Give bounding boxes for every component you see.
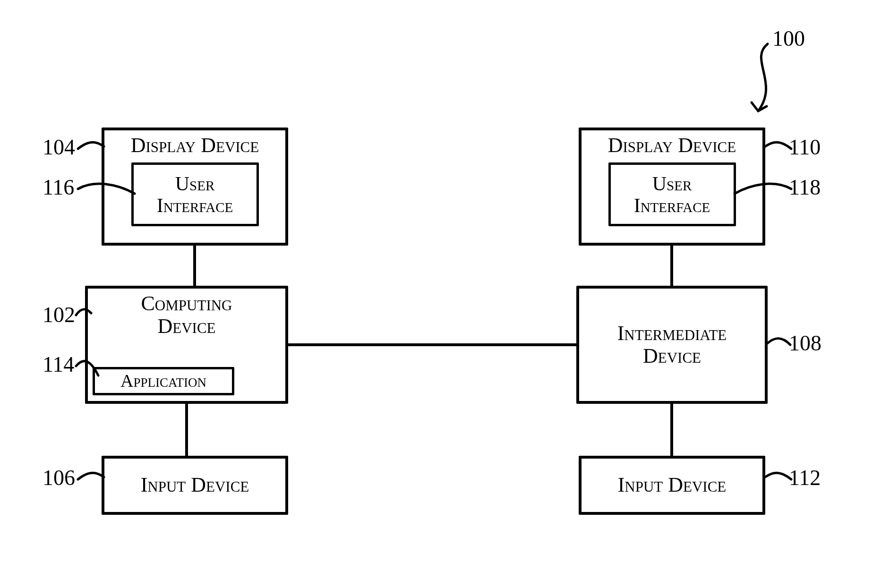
leader-display-left bbox=[76, 139, 109, 163]
leader-ui-left bbox=[76, 179, 137, 208]
connector-computing-to-input-left bbox=[185, 404, 188, 456]
leader-intermediate bbox=[764, 335, 793, 359]
leader-figure bbox=[735, 40, 787, 120]
block-intermediate-title: Intermediate Device bbox=[617, 322, 727, 368]
ref-application: 114 bbox=[43, 352, 74, 377]
block-input-right: Input Device bbox=[579, 456, 765, 515]
block-application-title: Application bbox=[120, 371, 206, 391]
leader-ui-right bbox=[732, 179, 794, 208]
block-ui-left: User Interface bbox=[131, 162, 259, 226]
block-display-left-title: Display Device bbox=[131, 130, 259, 157]
block-input-left-title: Input Device bbox=[141, 474, 249, 496]
block-ui-right: User Interface bbox=[608, 162, 736, 226]
ref-ui-left: 116 bbox=[43, 175, 74, 200]
leader-display-right bbox=[761, 139, 794, 163]
connector-computing-to-intermediate bbox=[288, 343, 576, 346]
ref-ui-right: 118 bbox=[789, 175, 821, 200]
leader-application bbox=[75, 357, 101, 385]
block-input-right-title: Input Device bbox=[618, 474, 727, 496]
block-input-left: Input Device bbox=[102, 456, 288, 515]
ref-display-left: 104 bbox=[43, 135, 75, 160]
block-computing: Computing Device Application bbox=[85, 286, 288, 404]
connector-display-to-intermediate bbox=[670, 246, 673, 286]
block-ui-left-title: User Interface bbox=[157, 173, 233, 216]
ref-intermediate: 108 bbox=[789, 331, 821, 356]
block-ui-right-title: User Interface bbox=[634, 173, 710, 216]
block-intermediate: Intermediate Device bbox=[576, 286, 768, 404]
block-display-right-title: Display Device bbox=[608, 130, 736, 157]
ref-input-left: 106 bbox=[43, 465, 75, 490]
ref-input-right: 112 bbox=[789, 465, 821, 490]
leader-input-right bbox=[761, 470, 794, 494]
diagram-stage: Display Device User Interface Computing … bbox=[0, 0, 881, 588]
ref-display-right: 110 bbox=[789, 135, 821, 160]
block-application: Application bbox=[93, 367, 234, 395]
leader-input-left bbox=[76, 470, 109, 494]
ref-computing: 102 bbox=[43, 302, 75, 327]
block-computing-title: Computing Device bbox=[141, 289, 232, 338]
connector-display-to-computing-left bbox=[193, 246, 196, 286]
connector-intermediate-to-input-right bbox=[670, 404, 673, 456]
leader-computing bbox=[75, 305, 94, 328]
